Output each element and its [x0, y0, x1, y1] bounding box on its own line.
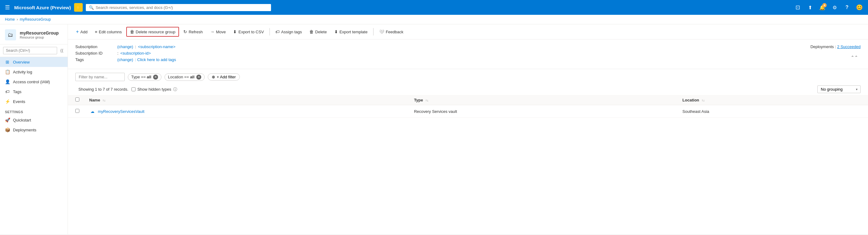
sidebar-item-activity-log[interactable]: 📋 Activity log [0, 67, 68, 77]
cloud-upload-icon[interactable]: ⬆ [805, 2, 815, 12]
add-filter-icon: ⊕ [212, 75, 215, 79]
feedback-button[interactable]: 🤍 Feedback [376, 28, 406, 36]
export-csv-button[interactable]: ⬇ Export to CSV [230, 28, 267, 36]
sidebar-header: 🗂 myResourceGroup Resource group [0, 24, 68, 44]
name-col-header[interactable]: Name ↑↓ [82, 95, 406, 105]
subscription-id-label: Subscription ID [75, 51, 116, 56]
location-filter-close[interactable]: ✕ [196, 75, 201, 79]
breadcrumb: Home › myResourceGroup [0, 15, 868, 24]
show-hidden-text: Show hidden types [137, 87, 171, 92]
delete-resource-group-button[interactable]: 🗑 Delete resource group [126, 27, 179, 37]
deployments-value-link[interactable]: 2 Succeeded [837, 44, 861, 49]
subscription-id-value[interactable]: <subscription-id> [120, 51, 151, 56]
details-collapse-btn[interactable]: ⌃⌃ [848, 54, 861, 61]
subscription-change-link[interactable]: (change) [117, 44, 133, 49]
sidebar-search-input[interactable] [3, 47, 57, 54]
add-tags-link[interactable]: : Click here to add tags [135, 57, 176, 62]
assign-tags-icon: 🏷 [275, 29, 280, 34]
breadcrumb-resource-group[interactable]: myResourceGroup [20, 17, 51, 22]
notification-badge: 4 [822, 3, 827, 7]
location-col-header[interactable]: Location ↑↓ [675, 95, 868, 105]
add-icon: + [76, 29, 79, 35]
sidebar-item-label: Quickstart [13, 118, 31, 123]
assign-tags-button[interactable]: 🏷 Assign tags [272, 28, 305, 36]
type-col-header[interactable]: Type ↑↓ [406, 95, 675, 105]
showing-text: Showing 1 to 7 of 7 records. [79, 87, 128, 92]
sidebar-item-overview[interactable]: ⊞ Overview [0, 57, 68, 67]
move-button[interactable]: → Move [207, 28, 229, 36]
deployments-info: Deployments : 2 Succeeded ⌃⌃ [810, 44, 861, 64]
feedback-icon: 🤍 [379, 29, 384, 34]
grouping-select[interactable]: No grouping Resource type Location Resou… [817, 86, 861, 93]
location-sort-icon[interactable]: ↑↓ [702, 99, 705, 102]
table-header-row: Name ↑↓ Type ↑↓ Location ↑↓ [68, 95, 868, 105]
name-sort-icon[interactable]: ↑↓ [102, 99, 105, 102]
settings-icon[interactable]: ⚙ [830, 2, 840, 12]
sidebar-collapse-btn[interactable]: ⟨⟨ [59, 47, 64, 54]
location-filter-tag: Location == all ✕ [164, 73, 205, 81]
subscription-id-link[interactable]: <subscription-id> [120, 51, 151, 56]
sidebar-item-deployments[interactable]: 📦 Deployments [0, 125, 68, 135]
columns-icon: ≡ [95, 30, 97, 34]
export-csv-icon: ⬇ [233, 29, 237, 34]
subscription-id-row: Subscription ID : <subscription-id> [75, 51, 176, 56]
terminal-icon[interactable]: ⊡ [793, 2, 803, 12]
row-checkbox[interactable] [75, 109, 79, 113]
sidebar-item-access-control[interactable]: 👤 Access control (IAM) [0, 77, 68, 87]
main-layout: 🗂 myResourceGroup Resource group ⟨⟨ ⊞ Ov… [0, 24, 868, 234]
search-icon: 🔍 [89, 5, 94, 10]
add-filter-label: + Add filter [217, 75, 236, 79]
activity-log-icon: 📋 [5, 69, 10, 74]
subscription-change[interactable]: (change) [117, 44, 133, 49]
tags-change-link[interactable]: (change) [117, 57, 133, 62]
tags-row: Tags (change) : Click here to add tags [75, 57, 176, 62]
info-icon: ⓘ [173, 87, 177, 92]
location-filter-label: Location == all [168, 75, 194, 79]
table-header: Name ↑↓ Type ↑↓ Location ↑↓ [68, 95, 868, 105]
toolbar-divider-1 [270, 28, 270, 35]
add-filter-button[interactable]: ⊕ + Add filter [208, 73, 240, 80]
sidebar-item-tags[interactable]: 🏷 Tags [0, 87, 68, 97]
sidebar-item-events[interactable]: ⚡ Events [0, 97, 68, 106]
show-hidden-label[interactable]: Show hidden types ⓘ [131, 87, 177, 92]
search-box[interactable]: 🔍 [86, 4, 271, 11]
refresh-button[interactable]: ↻ Refresh [180, 28, 206, 36]
resource-details: Subscription (change) : <subscription-na… [68, 39, 868, 69]
records-left: Showing 1 to 7 of 7 records. Show hidden… [75, 87, 177, 92]
filter-name-input[interactable] [75, 73, 125, 81]
hamburger-menu[interactable]: ☰ [4, 3, 11, 12]
top-nav-icons: ⊡ ⬆ 🔔 4 ⚙ ? 😊 [793, 2, 864, 12]
subscription-name-link[interactable]: <subscription-name> [138, 44, 175, 49]
top-navigation: ☰ Microsoft Azure (Preview) ⚡ 🔍 ⊡ ⬆ 🔔 4 … [0, 0, 868, 15]
tags-change[interactable]: (change) [117, 57, 133, 62]
show-hidden-checkbox[interactable] [131, 87, 135, 91]
settings-section-title: Settings [0, 106, 68, 115]
refresh-icon: ↻ [183, 29, 187, 34]
add-tags-anchor[interactable]: : Click here to add tags [135, 57, 176, 62]
events-icon: ⚡ [5, 99, 10, 104]
breadcrumb-home[interactable]: Home [5, 17, 15, 22]
resource-name-link[interactable]: ☁ myRecoveryServicesVault [89, 108, 399, 114]
notifications-icon[interactable]: 🔔 4 [817, 2, 827, 12]
move-icon: → [210, 29, 215, 34]
warning-icon: ⚡ [74, 3, 83, 12]
delete-button[interactable]: 🗑 Delete [306, 28, 330, 36]
content-area: + Add ≡ Edit columns 🗑 Delete resource g… [68, 24, 868, 234]
type-filter-close[interactable]: ✕ [153, 75, 158, 79]
sidebar-item-quickstart[interactable]: 🚀 Quickstart [0, 115, 68, 125]
select-all-checkbox[interactable] [75, 97, 79, 101]
row-checkbox-cell [68, 105, 82, 118]
type-sort-icon[interactable]: ↑↓ [425, 99, 429, 102]
help-icon[interactable]: ? [842, 2, 852, 12]
delete-rg-icon: 🗑 [130, 29, 134, 34]
iam-icon: 👤 [5, 79, 10, 84]
user-avatar[interactable]: 😊 [855, 2, 864, 12]
app-title: Microsoft Azure (Preview) [14, 5, 71, 10]
resource-type: Resource group [20, 35, 59, 39]
edit-columns-button[interactable]: ≡ Edit columns [92, 28, 125, 36]
add-button[interactable]: + Add [73, 27, 90, 36]
breadcrumb-sep: › [17, 17, 18, 22]
search-input[interactable] [96, 5, 268, 10]
export-template-button[interactable]: ⬇ Export template [331, 28, 371, 36]
subscription-value[interactable]: <subscription-name> [138, 44, 175, 49]
